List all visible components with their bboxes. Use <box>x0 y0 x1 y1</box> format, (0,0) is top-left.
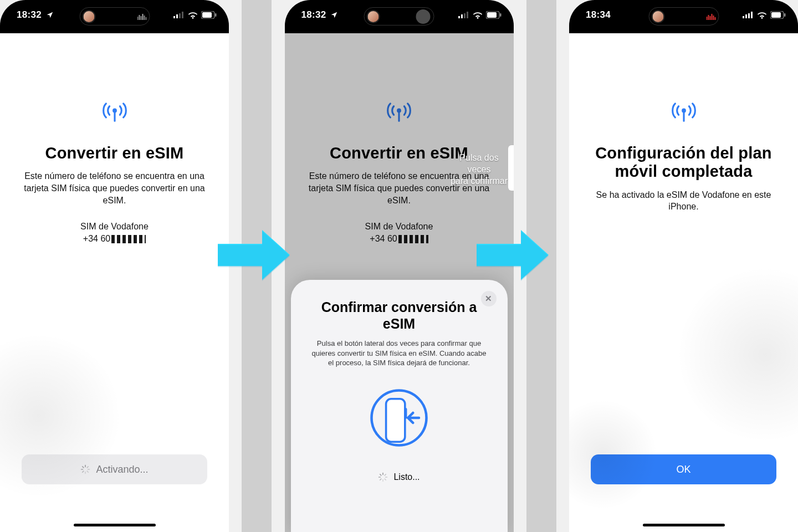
svg-rect-2 <box>140 16 141 20</box>
svg-rect-3 <box>142 14 143 20</box>
status-bar: 18:32 <box>285 0 514 33</box>
sim-phone-number: +34 60 <box>83 234 146 244</box>
svg-rect-8 <box>179 13 181 18</box>
cellular-antenna-icon <box>101 99 129 124</box>
now-playing-avatar-icon <box>651 10 664 23</box>
svg-rect-48 <box>713 16 714 20</box>
confirm-sheet: ✕ Confirmar conversión a eSIM Pulsa el b… <box>291 280 508 532</box>
svg-line-21 <box>83 471 84 472</box>
sheet-description: Pulsa el botón lateral dos veces para co… <box>304 339 494 368</box>
svg-rect-9 <box>182 12 183 18</box>
svg-rect-53 <box>751 12 753 18</box>
now-playing-avatar-icon <box>82 10 95 23</box>
svg-rect-7 <box>176 14 178 18</box>
wifi-icon <box>188 11 198 19</box>
dynamic-island <box>79 7 150 25</box>
svg-rect-1 <box>139 15 140 20</box>
face-id-camera-icon <box>416 9 431 24</box>
cellular-signal-icon <box>458 12 469 18</box>
status-time: 18:32 <box>17 9 42 21</box>
svg-line-18 <box>88 471 89 472</box>
dynamic-island <box>364 7 434 25</box>
svg-line-43 <box>385 474 386 475</box>
cellular-signal-icon <box>173 12 185 18</box>
svg-rect-46 <box>709 16 710 20</box>
sim-label: SIM de Vodafone <box>80 222 149 232</box>
svg-rect-26 <box>467 12 468 18</box>
svg-rect-45 <box>708 15 709 20</box>
wifi-icon <box>757 11 767 19</box>
svg-line-38 <box>380 474 381 475</box>
ok-button-label: OK <box>676 464 690 475</box>
svg-rect-49 <box>714 17 715 20</box>
svg-rect-47 <box>711 14 712 20</box>
close-button[interactable]: ✕ <box>481 291 497 306</box>
svg-line-39 <box>385 479 386 480</box>
svg-rect-24 <box>461 14 463 18</box>
battery-icon <box>201 11 217 19</box>
location-arrow-icon <box>330 11 338 19</box>
cellular-antenna-icon <box>670 99 698 124</box>
status-bar: 18:32 <box>0 0 229 33</box>
home-indicator[interactable] <box>74 524 156 526</box>
audio-eq-icon <box>706 13 716 20</box>
screenshot-3: 18:34 <box>569 0 798 532</box>
page-description: Este número de teléfono se encuentra en … <box>0 170 229 206</box>
battery-icon <box>486 11 502 19</box>
audio-eq-icon <box>137 13 147 20</box>
side-button-illustration-icon <box>304 388 494 448</box>
location-arrow-icon <box>46 11 54 19</box>
status-time: 18:32 <box>301 9 326 21</box>
sheet-title: Confirmar conversión a eSIM <box>304 299 494 332</box>
double-click-hint: Pulsa dos veces para confirmar <box>448 152 514 187</box>
svg-rect-28 <box>487 12 497 18</box>
svg-rect-14 <box>114 111 115 122</box>
svg-rect-55 <box>771 12 781 18</box>
spinner-icon <box>80 464 90 474</box>
sheet-status: Listo... <box>304 472 494 482</box>
svg-rect-0 <box>137 17 138 20</box>
status-bar: 18:34 <box>569 0 798 33</box>
wifi-icon <box>473 11 483 19</box>
svg-rect-50 <box>743 16 744 18</box>
svg-rect-23 <box>458 16 460 18</box>
svg-rect-44 <box>706 17 707 20</box>
close-icon: ✕ <box>485 294 492 304</box>
battery-icon <box>770 11 786 19</box>
page-description: Se ha activado la eSIM de Vodafone en es… <box>569 189 798 213</box>
svg-rect-5 <box>145 17 146 20</box>
svg-rect-52 <box>748 13 750 18</box>
home-indicator[interactable] <box>643 524 725 526</box>
svg-rect-11 <box>202 12 212 18</box>
now-playing-avatar-icon <box>367 10 380 23</box>
dynamic-island <box>648 7 719 25</box>
status-time: 18:34 <box>586 9 611 21</box>
svg-rect-6 <box>173 16 175 18</box>
svg-rect-51 <box>745 14 747 18</box>
svg-rect-4 <box>144 16 145 20</box>
cellular-signal-icon <box>743 12 754 18</box>
svg-line-17 <box>83 467 84 468</box>
svg-rect-58 <box>683 111 684 122</box>
sheet-status-label: Listo... <box>393 472 420 482</box>
activating-label: Activando... <box>96 464 148 475</box>
spinner-icon <box>378 472 388 482</box>
svg-line-22 <box>88 467 89 468</box>
svg-rect-25 <box>464 13 466 18</box>
activating-status-button: Activando... <box>22 454 207 484</box>
screenshot-2: 18:32 <box>285 0 514 532</box>
svg-rect-56 <box>784 13 786 17</box>
page-title: Convertir en eSIM <box>34 144 195 162</box>
svg-rect-12 <box>215 13 217 17</box>
screenshot-1: 18:32 <box>0 0 229 532</box>
redacted-icon <box>111 235 146 243</box>
svg-rect-34 <box>405 408 407 419</box>
ok-button[interactable]: OK <box>591 454 776 484</box>
page-title: Configuración del plan móvil completada <box>569 144 798 181</box>
svg-rect-33 <box>386 399 405 442</box>
svg-line-42 <box>380 479 381 480</box>
svg-rect-29 <box>500 13 502 17</box>
